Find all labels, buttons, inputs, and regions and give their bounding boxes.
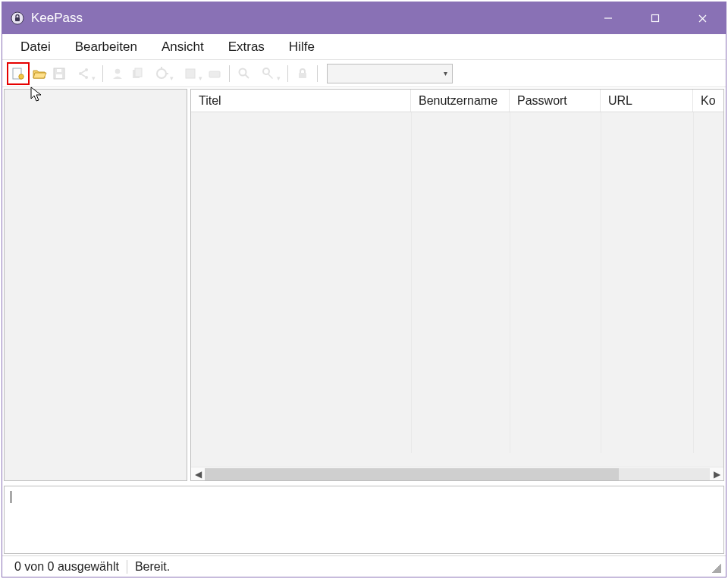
- open-url-icon: [184, 67, 197, 80]
- column-user[interactable]: Benutzername: [411, 90, 510, 112]
- maximize-button[interactable]: [632, 2, 679, 34]
- svg-point-26: [263, 68, 269, 74]
- titlebar[interactable]: KeePass: [2, 2, 726, 34]
- svg-point-16: [115, 68, 121, 74]
- copy-password-button[interactable]: [147, 63, 176, 84]
- copy-password-icon: [155, 67, 168, 80]
- autotype-icon: [208, 67, 221, 80]
- copy-user-button[interactable]: [127, 63, 147, 84]
- add-entry-button[interactable]: [108, 63, 127, 84]
- svg-rect-10: [57, 69, 61, 72]
- lock-workspace-button[interactable]: [293, 63, 312, 84]
- menu-bearbeiten[interactable]: Bearbeiten: [63, 36, 149, 58]
- save-all-button[interactable]: [69, 63, 98, 84]
- menu-hilfe[interactable]: Hilfe: [277, 36, 327, 58]
- app-window: KeePass Datei Bearbeiten Ansicht Extras …: [2, 2, 726, 577]
- minimize-button[interactable]: [585, 2, 632, 34]
- svg-rect-23: [209, 71, 220, 77]
- menu-ansicht[interactable]: Ansicht: [149, 36, 216, 58]
- status-state: Bereit.: [127, 560, 177, 574]
- autotype-button[interactable]: [205, 63, 224, 84]
- share-icon: [77, 67, 90, 80]
- open-database-icon: [32, 67, 47, 80]
- svg-line-14: [82, 71, 86, 73]
- status-selection: 0 von 0 ausgewählt: [7, 560, 127, 574]
- show-entries-button[interactable]: [254, 63, 283, 84]
- svg-line-25: [246, 74, 249, 78]
- group-tree-pane[interactable]: [4, 89, 187, 481]
- scroll-left-icon[interactable]: ◀: [191, 469, 205, 480]
- close-button[interactable]: [679, 2, 726, 34]
- horizontal-scrollbar[interactable]: ◀ ▶: [191, 467, 723, 480]
- add-entry-icon: [111, 67, 124, 80]
- show-entries-icon: [262, 67, 275, 80]
- column-title[interactable]: Titel: [191, 90, 411, 112]
- svg-point-24: [240, 68, 246, 75]
- svg-rect-9: [56, 74, 62, 78]
- entry-list-pane[interactable]: Titel Benutzername Passwort URL Ko ◀ ▶: [190, 89, 724, 481]
- column-password[interactable]: Passwort: [510, 90, 601, 112]
- new-database-button[interactable]: [7, 62, 30, 85]
- find-button[interactable]: [234, 63, 254, 84]
- open-database-button[interactable]: [30, 63, 49, 84]
- svg-rect-18: [135, 68, 142, 77]
- svg-line-15: [82, 74, 86, 77]
- toolbar: [2, 60, 726, 87]
- entry-detail-pane[interactable]: [4, 486, 724, 554]
- scroll-right-icon[interactable]: ▶: [710, 469, 723, 480]
- find-icon: [237, 67, 251, 80]
- text-cursor: [11, 491, 11, 503]
- open-url-button[interactable]: [176, 63, 205, 84]
- menubar: Datei Bearbeiten Ansicht Extras Hilfe: [2, 34, 726, 60]
- column-url[interactable]: URL: [601, 90, 693, 112]
- entry-list-header: Titel Benutzername Passwort URL Ko: [191, 90, 723, 112]
- save-button[interactable]: [49, 63, 69, 84]
- copy-user-icon: [130, 67, 144, 80]
- lock-workspace-icon: [296, 67, 309, 80]
- save-icon: [52, 67, 66, 80]
- column-comment[interactable]: Ko: [693, 90, 723, 112]
- quicksearch-combo[interactable]: [327, 64, 453, 83]
- entry-list-body[interactable]: [191, 112, 723, 467]
- main-area: Titel Benutzername Passwort URL Ko ◀ ▶: [2, 87, 726, 555]
- resize-grip-icon[interactable]: [709, 561, 721, 573]
- app-icon: [10, 11, 25, 26]
- svg-rect-3: [652, 15, 659, 22]
- svg-point-19: [157, 69, 166, 78]
- window-controls: [585, 2, 726, 34]
- menu-datei[interactable]: Datei: [8, 36, 63, 58]
- new-database-icon: [11, 67, 25, 80]
- svg-rect-22: [186, 69, 195, 78]
- svg-point-7: [19, 74, 24, 78]
- statusbar: 0 von 0 ausgewählt Bereit.: [2, 555, 726, 577]
- svg-rect-27: [299, 73, 306, 78]
- menu-extras[interactable]: Extras: [216, 36, 277, 58]
- scroll-thumb[interactable]: [205, 468, 619, 480]
- window-title: KeePass: [31, 11, 83, 26]
- svg-rect-1: [15, 17, 20, 21]
